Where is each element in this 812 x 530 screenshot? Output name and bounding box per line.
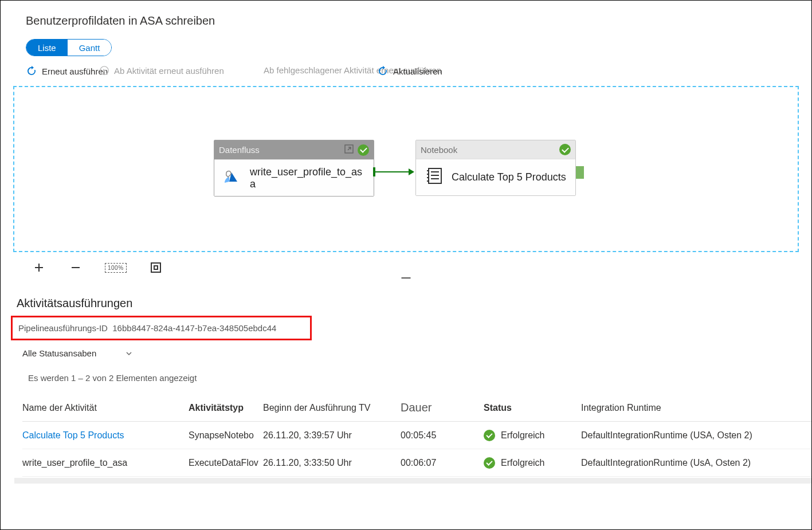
- run-id-value: 16bb8447-824a-4147-b7ea-348505ebdc44: [112, 323, 276, 333]
- activity-duration: 00:05:45: [401, 430, 484, 441]
- col-duration[interactable]: Dauer: [401, 401, 484, 414]
- col-ir[interactable]: Integration Runtime: [581, 403, 811, 413]
- node-type-label: Datenfluss: [219, 145, 260, 155]
- pipeline-canvas[interactable]: Datenfluss write_user_profile_to_as: [13, 86, 799, 252]
- rerun-button[interactable]: Erneut ausführen: [26, 65, 108, 77]
- node-header: Datenfluss: [214, 140, 374, 159]
- chevron-down-icon: [73, 348, 80, 358]
- activity-runs-title: Aktivitätsausführungen: [17, 297, 811, 310]
- col-name[interactable]: Name der Aktivität: [22, 403, 189, 413]
- run-id-highlight: Pipelineausführungs-ID 16bb8447-824a-414…: [11, 316, 312, 340]
- col-type[interactable]: Aktivitätstyp: [189, 403, 263, 413]
- rerun-from-activity-button[interactable]: Ab Aktivität erneut ausführen: [99, 65, 224, 76]
- table-row: write_user_profile_to_asa ExecuteDataFlo…: [22, 449, 811, 477]
- open-icon[interactable]: [344, 144, 354, 156]
- activity-type: SynapseNotebo: [189, 430, 263, 441]
- run-id-label: Pipelineausführungs-ID: [18, 323, 108, 333]
- node-name: write_user_profile_to_asa: [250, 166, 367, 190]
- status-filter[interactable]: Alle Statusansaben: [22, 348, 811, 358]
- table-header: Name der Aktivität Aktivitätstyp Beginn …: [22, 394, 811, 422]
- showing-count: Es werden 1 – 2 von 2 Elementen angezeig…: [28, 373, 811, 383]
- page-title: Benutzerprofildaten in ASA schreiben: [1, 1, 811, 28]
- rerun-label: Erneut ausführen: [42, 66, 108, 76]
- zoom-reset-button[interactable]: 100%: [105, 263, 127, 273]
- svg-rect-13: [151, 263, 160, 272]
- notebook-icon: [423, 165, 445, 190]
- activity-ir: DefaultIntegrationRuntime (USA, Osten 2): [581, 430, 811, 441]
- activity-runs-table: Name der Aktivität Aktivitätstyp Beginn …: [22, 394, 811, 477]
- col-start[interactable]: Beginn der Ausführung TV: [263, 403, 401, 413]
- activity-name[interactable]: write_user_profile_to_asa: [22, 458, 189, 468]
- activity-status: Erfolgreich: [501, 430, 544, 441]
- success-icon: [484, 457, 495, 469]
- refresh-label: Aktualisieren: [393, 66, 442, 76]
- col-status[interactable]: Status: [484, 403, 581, 413]
- connector-success: [375, 171, 413, 172]
- activity-node-notebook[interactable]: Notebook: [415, 140, 576, 196]
- connector-start: [373, 167, 375, 176]
- activity-status: Erfolgreich: [501, 458, 544, 468]
- dataflow-icon: [221, 166, 243, 190]
- activity-ir: DefaultIntegrationRuntime (UsA, Osten 2): [581, 458, 811, 468]
- svg-rect-14: [154, 266, 158, 269]
- activity-start: 26.11.20, 3:39:57 Uhr: [263, 430, 401, 441]
- status-filter-label: Alle Statusansaben: [22, 348, 96, 358]
- toolbar: Erneut ausführen Ab Aktivität erneut aus…: [26, 65, 811, 79]
- fit-to-screen-button[interactable]: [148, 260, 163, 275]
- activity-start: 26.11.20, 3:33:50 Uhr: [263, 458, 401, 468]
- refresh-icon: [377, 65, 389, 77]
- rerun-from-label: Ab Aktivität erneut ausführen: [114, 66, 224, 76]
- activity-node-dataflow[interactable]: Datenfluss write_user_profile_to_as: [214, 140, 374, 197]
- node-header: Notebook: [416, 140, 575, 159]
- activity-name-link[interactable]: Calculate Top 5 Products: [22, 430, 189, 441]
- activity-type: ExecuteDataFlov: [189, 458, 263, 468]
- connector-output[interactable]: [576, 166, 584, 179]
- zoom-in-button[interactable]: [32, 260, 46, 275]
- zoom-out-button[interactable]: [68, 260, 83, 275]
- node-type-label: Notebook: [421, 145, 457, 155]
- success-icon: [559, 144, 571, 155]
- horizontal-scrollbar[interactable]: [14, 478, 811, 484]
- refresh-button[interactable]: Aktualisieren: [377, 65, 442, 77]
- resize-handle[interactable]: —: [1, 273, 811, 283]
- success-icon: [358, 144, 369, 156]
- table-row: Calculate Top 5 Products SynapseNotebo 2…: [22, 422, 811, 449]
- rerun-from-icon: [99, 65, 109, 76]
- activity-duration: 00:06:07: [401, 458, 484, 468]
- rerun-icon: [26, 65, 37, 77]
- view-toggle: Liste Gantt: [26, 39, 811, 56]
- toggle-gantt[interactable]: Gantt: [68, 40, 112, 56]
- success-icon: [484, 430, 495, 441]
- toggle-list[interactable]: Liste: [26, 40, 68, 56]
- node-name: Calculate Top 5 Products: [452, 171, 566, 183]
